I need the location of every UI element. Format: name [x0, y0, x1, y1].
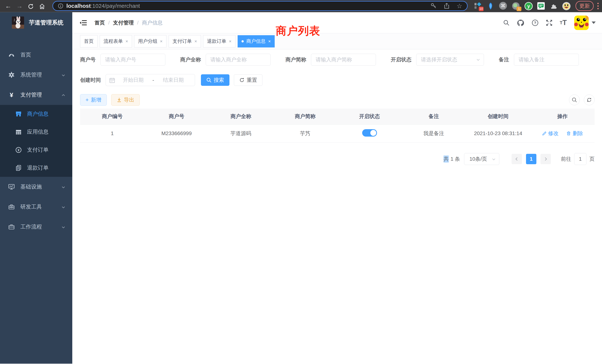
yen-icon: ¥ — [8, 91, 15, 99]
remark-label: 备注 — [499, 56, 509, 63]
col-merchant-id: 商户编号 — [80, 109, 144, 124]
tab-merchant-info[interactable]: 商户信息× — [238, 35, 275, 47]
tab-pay-order[interactable]: 支付订单× — [169, 35, 201, 47]
search-icon — [206, 77, 212, 83]
short-name-input[interactable] — [311, 54, 376, 66]
close-icon[interactable]: × — [126, 39, 128, 44]
search-button[interactable]: 搜索 — [201, 74, 229, 86]
sidebar-item-home[interactable]: 首页 — [0, 45, 72, 65]
github-icon[interactable] — [517, 19, 525, 26]
font-size-icon[interactable]: TT — [560, 19, 567, 27]
delete-link[interactable]: 删除 — [566, 130, 583, 137]
svg-text:?: ? — [534, 21, 536, 25]
share-icon[interactable] — [443, 3, 450, 9]
sidebar-item-system[interactable]: 系统管理 — [0, 65, 72, 85]
user-avatar[interactable] — [574, 16, 589, 30]
chevron-up-icon — [61, 92, 66, 98]
goto-page-input[interactable] — [574, 153, 586, 165]
password-key-icon[interactable] — [430, 3, 437, 9]
page-size-select[interactable]: 10条/页 — [464, 153, 499, 165]
breadcrumb-home[interactable]: 首页 — [95, 19, 105, 26]
header-search-icon[interactable] — [503, 20, 510, 26]
extension-command-icon[interactable]: ⌘ — [499, 2, 507, 10]
col-create-time: 创建时间 — [466, 109, 530, 124]
collapse-sidebar-icon[interactable] — [78, 18, 89, 28]
export-button[interactable]: 导出 — [111, 94, 140, 106]
page-1-button[interactable]: 1 — [526, 154, 536, 164]
extension-proxy-icon[interactable]: 1 — [512, 2, 520, 10]
status-select[interactable] — [416, 54, 484, 66]
toolbox-icon — [8, 203, 15, 210]
remark-input[interactable] — [514, 54, 579, 66]
status-toggle[interactable] — [362, 129, 377, 137]
tab-process-form[interactable]: 流程表单× — [100, 35, 132, 47]
sidebar-item-app-info[interactable]: 应用信息 — [0, 123, 72, 141]
filter-row-1: 商户号 商户全称 商户简称 开启状态 — [80, 54, 595, 66]
extension-chat-icon[interactable] — [537, 2, 545, 10]
col-remark: 备注 — [402, 109, 466, 124]
date-range-picker[interactable]: 开始日期 - 结束日期 — [106, 74, 195, 86]
sidebar: 芋道管理系统 首页 系统管理 ¥ 支付管理 — [0, 12, 72, 364]
edit-link[interactable]: 修改 — [542, 130, 559, 137]
page-annotation: 商户列表 — [276, 24, 320, 38]
tab-home[interactable]: 首页 — [80, 35, 97, 47]
sidebar-item-pay-order[interactable]: ¥ 支付订单 — [0, 141, 72, 159]
extension-y-icon[interactable]: y — [524, 2, 533, 10]
sidebar-item-refund-order[interactable]: 退款订单 — [0, 159, 72, 177]
tab-refund-order[interactable]: 退款订单× — [203, 35, 235, 47]
sidebar-item-dev-tools[interactable]: 研发工具 — [0, 197, 72, 217]
browser-back-icon[interactable]: ← — [3, 0, 14, 12]
help-icon[interactable]: ? — [532, 19, 539, 26]
bookmark-star-icon[interactable]: ☆ — [456, 2, 462, 10]
merchant-no-input[interactable] — [100, 54, 165, 66]
close-icon[interactable]: × — [268, 39, 271, 44]
browser-menu-icon[interactable] — [597, 3, 599, 9]
browser-forward-icon[interactable]: → — [14, 0, 25, 12]
extensions-puzzle-icon[interactable] — [549, 2, 558, 10]
app-logo[interactable]: 芋道管理系统 — [0, 12, 72, 33]
fullscreen-icon[interactable] — [546, 19, 553, 26]
add-button[interactable]: + 新增 — [80, 94, 107, 106]
extension-kazoo-icon[interactable] — [486, 2, 495, 10]
cell-merchant-no: M233666999 — [144, 124, 209, 142]
end-date-placeholder[interactable]: 结束日期 — [155, 76, 192, 84]
extension-tabs-icon[interactable]: 10 — [474, 2, 482, 10]
site-info-icon[interactable] — [58, 3, 63, 9]
profile-emoji-avatar[interactable] — [562, 2, 570, 10]
sidebar-item-infra[interactable]: 基础设施 — [0, 177, 72, 197]
sidebar-menu: 首页 系统管理 ¥ 支付管理 — [0, 45, 72, 237]
cell-short-name: 芋艿 — [273, 124, 337, 142]
reset-button[interactable]: 重置 — [234, 74, 262, 86]
avatar-caret-icon[interactable] — [592, 21, 596, 24]
full-name-input[interactable] — [206, 54, 271, 66]
refresh-icon — [239, 77, 245, 83]
url-host: localhost — [66, 3, 91, 9]
close-icon[interactable]: × — [194, 39, 197, 44]
chevron-left-icon — [515, 157, 519, 161]
cell-actions: 修改 删除 — [530, 124, 595, 142]
start-date-placeholder[interactable]: 开始日期 — [115, 76, 151, 84]
gear-icon — [8, 72, 15, 78]
col-merchant-no: 商户号 — [144, 109, 209, 124]
yen-circle-icon: ¥ — [15, 146, 22, 153]
tab-user-group[interactable]: 用户分组× — [134, 35, 166, 47]
svg-text:¥: ¥ — [18, 148, 20, 152]
close-icon[interactable]: × — [160, 39, 162, 44]
toggle-search-button[interactable] — [569, 95, 580, 105]
next-page-button[interactable] — [540, 154, 551, 164]
sidebar-item-workflow[interactable]: 工作流程 — [0, 217, 72, 237]
browser-reload-icon[interactable] — [25, 0, 36, 12]
url-bar[interactable]: localhost:1024/pay/merchant ☆ — [53, 1, 468, 11]
prev-page-button[interactable] — [512, 154, 522, 164]
browser-home-icon[interactable] — [36, 0, 48, 12]
sidebar-item-pay[interactable]: ¥ 支付管理 — [0, 85, 72, 105]
search-icon — [572, 97, 577, 103]
chevron-down-icon — [61, 204, 66, 210]
refresh-table-button[interactable] — [584, 95, 595, 105]
close-icon[interactable]: × — [229, 39, 232, 44]
monitor-chart-icon — [8, 183, 15, 190]
chevron-down-icon — [492, 156, 496, 162]
breadcrumb-pay[interactable]: 支付管理 — [113, 19, 134, 26]
browser-update-button[interactable]: 更新 — [576, 1, 594, 11]
sidebar-item-merchant-info[interactable]: 商户信息 — [0, 105, 72, 123]
